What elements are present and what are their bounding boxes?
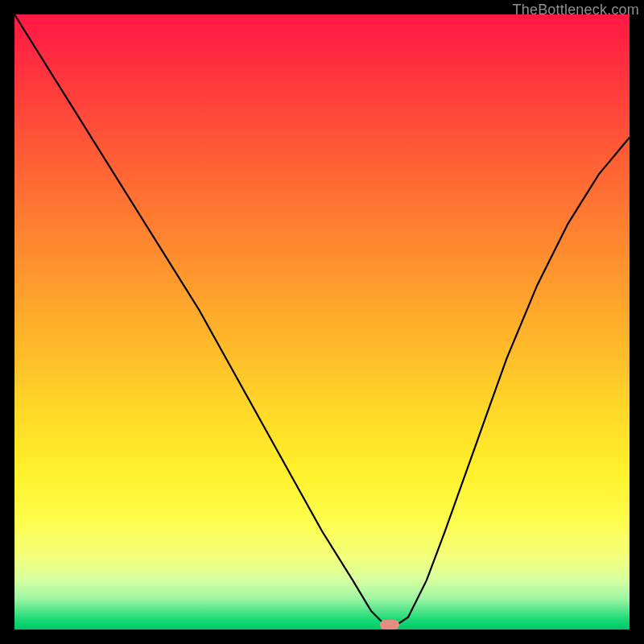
watermark-label: TheBottleneck.com bbox=[513, 2, 639, 19]
plot-area bbox=[14, 14, 630, 630]
bottleneck-curve bbox=[14, 14, 630, 630]
chart-canvas: TheBottleneck.com bbox=[0, 0, 644, 644]
curve-path bbox=[14, 14, 630, 630]
min-marker bbox=[380, 620, 399, 630]
